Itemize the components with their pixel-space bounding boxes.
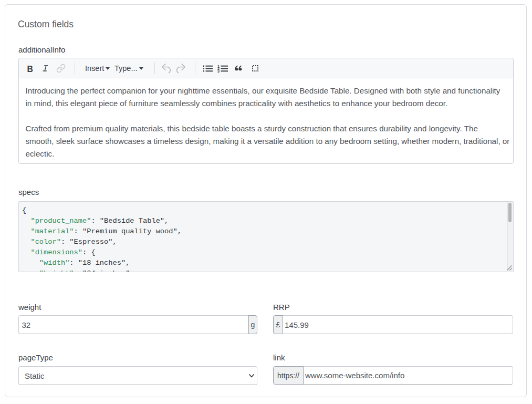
svg-text:3: 3 [217,69,220,72]
